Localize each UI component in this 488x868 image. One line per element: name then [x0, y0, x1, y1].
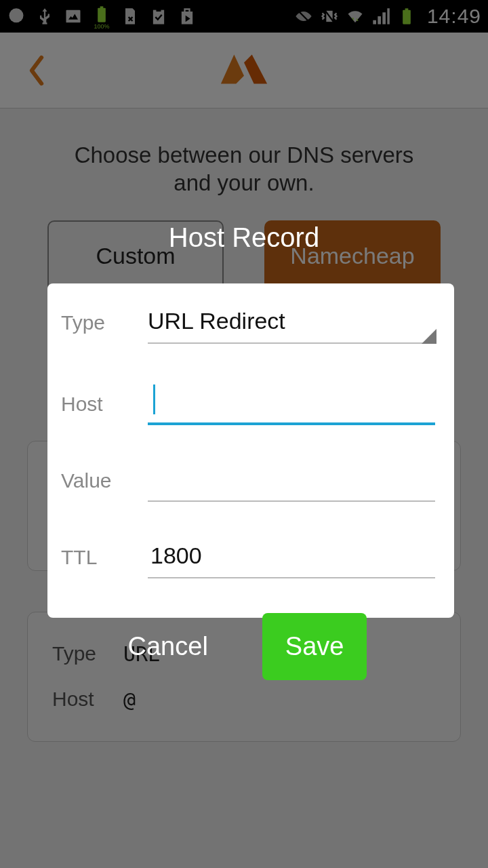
cancel-button[interactable]: Cancel	[121, 614, 215, 679]
type-row: Type URL Redirect	[61, 308, 435, 344]
text-cursor	[153, 384, 155, 414]
dialog-title: Host Record	[0, 222, 488, 253]
ttl-input[interactable]	[148, 536, 435, 578]
host-record-dialog-wrap: Host Record Type URL Redirect Host Value	[0, 0, 488, 868]
dialog-actions: Cancel Save	[0, 613, 488, 680]
save-button[interactable]: Save	[262, 613, 367, 680]
value-input[interactable]	[148, 459, 435, 502]
host-label: Host	[61, 393, 148, 425]
host-record-dialog: Type URL Redirect Host Value TTL	[47, 283, 454, 618]
dropdown-triangle-icon	[422, 329, 436, 344]
value-row: Value	[61, 459, 435, 502]
value-label: Value	[61, 469, 148, 502]
ttl-label: TTL	[61, 546, 148, 578]
type-label: Type	[61, 311, 148, 344]
ttl-row: TTL	[61, 536, 435, 578]
type-select[interactable]: URL Redirect	[148, 308, 435, 344]
host-row: Host	[61, 378, 435, 425]
host-input[interactable]	[148, 378, 435, 425]
type-select-value: URL Redirect	[148, 308, 285, 334]
